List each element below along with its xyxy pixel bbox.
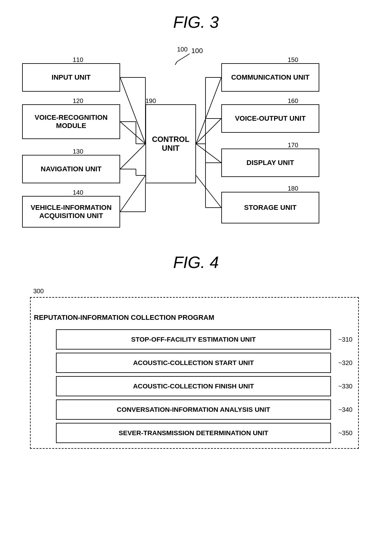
ref-110: 110 bbox=[73, 56, 83, 64]
acoustic-collection-start-box: ACOUSTIC-COLLECTION START UNIT ~320 bbox=[56, 353, 331, 373]
ref-160: 160 bbox=[288, 97, 298, 105]
ref-120: 120 bbox=[73, 97, 83, 105]
communication-unit-box: COMMUNICATION UNIT bbox=[221, 63, 319, 92]
display-unit-box: DISPLAY UNIT bbox=[221, 149, 319, 177]
ref-140: 140 bbox=[73, 189, 83, 196]
ref-330: ~330 bbox=[338, 383, 352, 390]
ref-320: ~320 bbox=[338, 359, 352, 367]
svg-line-7 bbox=[196, 77, 221, 144]
control-unit-box: CONTROL UNIT bbox=[145, 104, 196, 183]
svg-line-0 bbox=[177, 54, 190, 62]
stop-off-facility-box: STOP-OFF-FACILITY ESTIMATION UNIT ~310 bbox=[56, 329, 331, 350]
fig3-diagram: 100 bbox=[22, 44, 370, 228]
voice-output-box: VOICE-OUTPUT UNIT bbox=[221, 104, 319, 133]
svg-line-2 bbox=[175, 62, 177, 65]
fig3-title: FIG. 3 bbox=[19, 13, 373, 32]
vehicle-info-box: VEHICLE-INFORMATION ACQUISITION UNIT bbox=[22, 196, 120, 228]
svg-line-6 bbox=[120, 175, 145, 212]
navigation-unit-box: NAVIGATION UNIT bbox=[22, 155, 120, 183]
outer-program-label: REPUTATION-INFORMATION COLLECTION PROGRA… bbox=[34, 314, 214, 322]
input-unit-box: INPUT UNIT bbox=[22, 63, 120, 92]
ref-300: 300 bbox=[33, 288, 44, 295]
ref-190: 190 bbox=[145, 97, 156, 105]
sever-transmission-box: SEVER-TRANSMISSION DETERMINATION UNIT ~3… bbox=[56, 423, 331, 443]
ref-100: 100 bbox=[177, 46, 187, 53]
svg-text:100: 100 bbox=[191, 47, 203, 55]
svg-line-8 bbox=[196, 119, 221, 144]
fig3-section: FIG. 3 100 bbox=[19, 13, 373, 228]
inner-units-container: STOP-OFF-FACILITY ESTIMATION UNIT ~310 A… bbox=[56, 329, 331, 443]
ref-130: 130 bbox=[73, 148, 83, 155]
fig4-section: FIG. 4 300 REPUTATION-INFORMATION COLLEC… bbox=[19, 253, 373, 449]
fig4-title: FIG. 4 bbox=[19, 253, 373, 272]
voice-recognition-box: VOICE-RECOGNITION MODULE bbox=[22, 104, 120, 139]
svg-line-3 bbox=[120, 77, 145, 144]
conversation-info-analysis-box: CONVERSATION-INFORMATION ANALYSIS UNIT ~… bbox=[56, 399, 331, 420]
svg-line-4 bbox=[120, 122, 145, 144]
svg-line-5 bbox=[120, 144, 145, 169]
outer-dashed-box: REPUTATION-INFORMATION COLLECTION PROGRA… bbox=[30, 297, 359, 449]
storage-unit-box: STORAGE UNIT bbox=[221, 192, 319, 223]
ref-170: 170 bbox=[288, 142, 298, 149]
ref-180: 180 bbox=[288, 185, 298, 192]
svg-line-9 bbox=[196, 144, 221, 163]
ref-340: ~340 bbox=[338, 406, 352, 413]
svg-line-10 bbox=[196, 175, 221, 208]
fig4-diagram: 300 REPUTATION-INFORMATION COLLECTION PR… bbox=[30, 284, 362, 449]
ref-350: ~350 bbox=[338, 429, 352, 437]
ref-310: ~310 bbox=[338, 336, 352, 343]
ref-150: 150 bbox=[288, 56, 298, 64]
acoustic-collection-finish-box: ACOUSTIC-COLLECTION FINISH UNIT ~330 bbox=[56, 376, 331, 396]
